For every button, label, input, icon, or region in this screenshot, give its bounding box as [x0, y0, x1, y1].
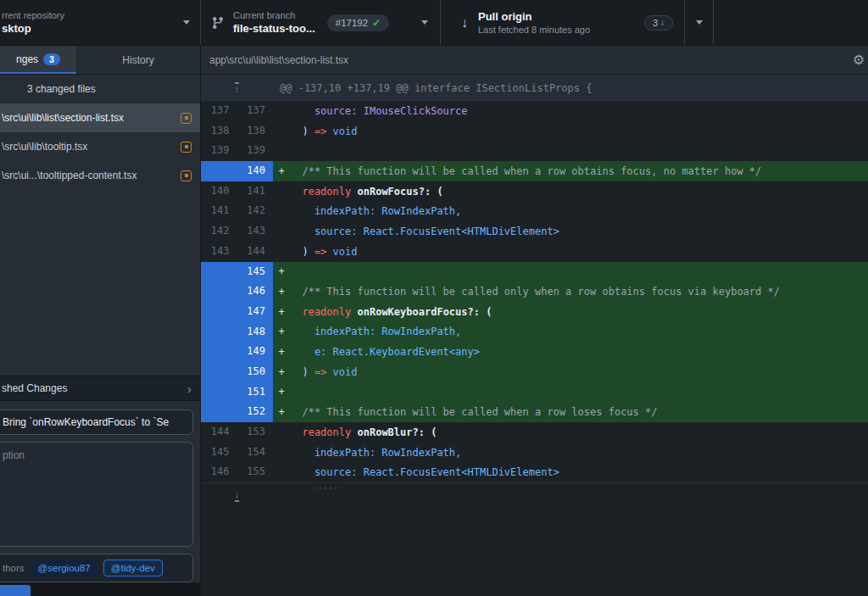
branch-switcher[interactable]: Current branch file-status-too... #17192… — [201, 0, 441, 45]
line-number-gutter: 140141 — [201, 181, 273, 202]
new-line-number: 151 — [237, 382, 274, 403]
changed-files-header[interactable]: 3 changed files — [0, 75, 200, 103]
code-token: => — [314, 246, 333, 258]
diff-line[interactable]: 149+ e: React.KeyboardEvent<any> — [201, 342, 868, 362]
commit-form: thors @sergiou87@tidy-dev — [0, 401, 200, 582]
file-path: \src\ui\lib\tooltip.tsx — [2, 141, 174, 153]
coauthor-badge[interactable]: @tidy-dev — [103, 560, 163, 577]
code-text: source: React.FocusEvent<HTMLDivElement> — [290, 466, 559, 478]
diff-line[interactable]: 146155 source: React.FocusEvent<HTMLDivE… — [201, 462, 868, 482]
old-line-number — [201, 342, 237, 362]
new-line-number: 148 — [237, 322, 274, 343]
expand-gutter: ↓ — [201, 483, 273, 508]
expand-down-icon[interactable]: ↓ — [235, 490, 240, 502]
drag-handle-dots[interactable]: ····· — [314, 483, 339, 492]
diff-marker: + — [273, 386, 290, 398]
line-number-gutter: 140 — [201, 161, 273, 181]
diff-marker: + — [273, 326, 290, 337]
code-text: readonly onRowBlur?: ( — [290, 426, 437, 438]
tab-changes[interactable]: nges 3 — [0, 46, 76, 74]
diff-line[interactable]: 141142 indexPath: RowIndexPath, — [201, 201, 868, 221]
old-line-number: 146 — [201, 462, 237, 482]
file-row[interactable]: \src\ui...\tooltipped-content.tsx — [0, 161, 200, 190]
new-line-number: 143 — [237, 221, 274, 242]
new-line-number: 152 — [237, 402, 274, 422]
diff-line[interactable]: 146+ /** This function will be called on… — [201, 281, 868, 302]
commit-description-input[interactable] — [0, 442, 193, 547]
diff-line[interactable]: 138138 ) => void — [201, 121, 868, 142]
arrow-down-icon: ↓ — [461, 15, 468, 31]
diff-marker: + — [273, 265, 290, 277]
modified-dot — [185, 116, 188, 120]
chevron-down-icon[interactable] — [696, 20, 703, 25]
diff-line-content: + — [273, 262, 868, 282]
file-path-text: app\src\ui\lib\list\section-list.tsx — [209, 54, 348, 66]
diff-line[interactable]: 142143 source: React.FocusEvent<HTMLDivE… — [201, 221, 868, 242]
gear-icon[interactable]: ⚙ — [853, 52, 865, 68]
commit-summary-input[interactable] — [0, 409, 193, 435]
old-line-number: 140 — [201, 181, 237, 202]
diff-line-content: + indexPath: RowIndexPath, — [273, 322, 868, 343]
code-text: readonly onRowFocus?: ( — [290, 186, 443, 198]
diff-line[interactable]: 140141 readonly onRowFocus?: ( — [201, 181, 868, 202]
new-line-number: 140 — [237, 161, 274, 181]
line-number-gutter: 145154 — [201, 443, 273, 463]
file-row[interactable]: \src\ui\lib\tooltip.tsx — [0, 132, 200, 161]
chevron-down-icon — [421, 20, 428, 25]
chevron-down-icon — [183, 20, 190, 25]
diff-line[interactable]: 145+ — [201, 262, 868, 282]
code-token: indexPath: RowIndexPath, — [290, 205, 461, 217]
diff-line[interactable]: 151+ — [201, 382, 868, 403]
code-text: ) => void — [290, 246, 358, 258]
diff-line[interactable]: 147+ readonly onRowKeyboardFocus?: ( — [201, 302, 868, 322]
diff-line-content — [273, 141, 868, 161]
modified-dot — [185, 145, 188, 148]
coauthor-badge[interactable]: @sergiou87 — [31, 560, 98, 577]
old-line-number — [201, 322, 237, 343]
pr-status-badge[interactable]: #17192 ✓ — [327, 14, 389, 31]
repository-switcher[interactable]: rrent repository sktop — [0, 0, 201, 45]
diff-line-content: source: React.FocusEvent<HTMLDivElement> — [273, 462, 868, 482]
diff-line[interactable]: 145154 indexPath: RowIndexPath, — [201, 443, 868, 463]
new-line-number: 153 — [237, 422, 274, 443]
line-number-gutter: 142143 — [201, 221, 273, 242]
changes-count-badge: 3 — [43, 53, 60, 65]
diff-line[interactable]: 137137 source: IMouseClickSource — [201, 101, 868, 121]
coauthors-field[interactable]: thors @sergiou87@tidy-dev — [0, 554, 193, 582]
old-line-number: 143 — [201, 242, 237, 262]
line-number-gutter: 145 — [201, 262, 273, 282]
modified-dot — [185, 174, 188, 177]
diff-lines: 137137 source: IMouseClickSource138138 )… — [201, 101, 868, 482]
toolbar: rrent repository sktop Current branch fi… — [0, 0, 868, 46]
diff-line[interactable]: 143144 ) => void — [201, 242, 868, 262]
diff-line[interactable]: 139139 — [201, 141, 868, 161]
expand-up-icon[interactable]: ↑ — [235, 82, 240, 94]
line-number-gutter: 151 — [201, 382, 273, 403]
diff-line[interactable]: 148+ indexPath: RowIndexPath, — [201, 322, 868, 343]
old-line-number: 142 — [201, 221, 237, 242]
code-token: readonly — [290, 426, 357, 438]
new-line-number: 154 — [237, 443, 274, 463]
code-text: indexPath: RowIndexPath, — [290, 447, 461, 459]
file-row[interactable]: \src\ui\lib\list\section-list.tsx — [0, 103, 200, 132]
diff-line[interactable]: 150+ ) => void — [201, 362, 868, 382]
code-text: indexPath: RowIndexPath, — [290, 205, 461, 217]
diff-marker: + — [273, 306, 290, 318]
code-token: readonly — [290, 306, 357, 318]
tab-history[interactable]: History — [76, 46, 200, 74]
code-token: void — [333, 366, 358, 378]
pull-origin-button[interactable]: ↓ Pull origin Last fetched 8 minutes ago… — [441, 0, 714, 45]
code-token: => — [314, 125, 333, 137]
commit-button-corner[interactable] — [0, 585, 31, 596]
file-path: \src\ui...\tooltipped-content.tsx — [2, 170, 174, 181]
view-tabs: nges 3 History — [0, 46, 200, 75]
changes-sidebar: nges 3 History 3 changed files \src\ui\l… — [0, 46, 201, 596]
arrow-down-icon: ↓ — [660, 18, 665, 27]
diff-line[interactable]: 152+ /** This function will be called wh… — [201, 402, 868, 422]
diff-line-content: indexPath: RowIndexPath, — [273, 443, 868, 463]
code-token: e: React.KeyboardEvent<any> — [290, 346, 480, 358]
stashed-changes-row[interactable]: shed Changes › — [0, 376, 200, 401]
diff-line[interactable]: 144153 readonly onRowBlur?: ( — [201, 422, 868, 443]
old-line-number — [201, 262, 237, 282]
diff-line[interactable]: 140+ /** This function will be called wh… — [201, 161, 868, 181]
